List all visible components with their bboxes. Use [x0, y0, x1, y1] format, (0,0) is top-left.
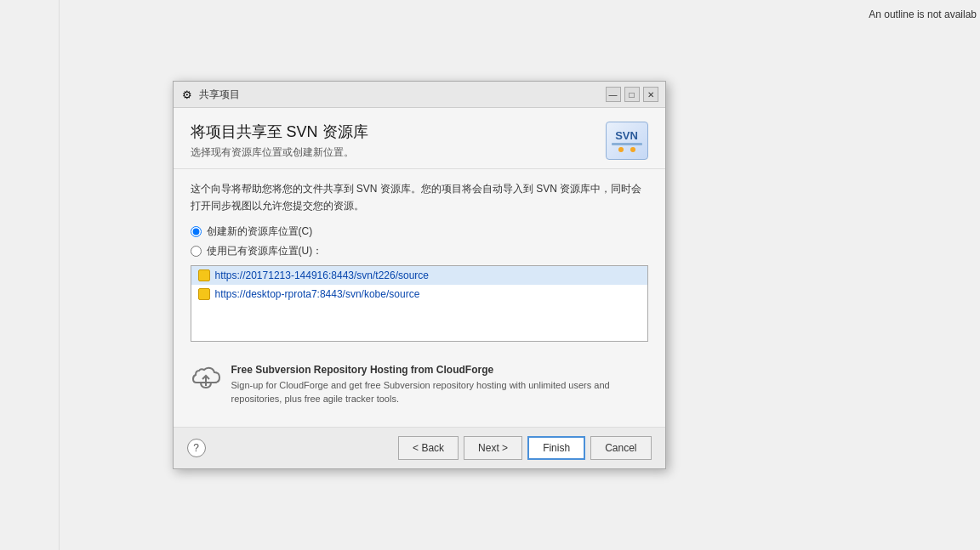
repo-icon-1 — [198, 288, 210, 300]
dialog-footer: ? < Back Next > Finish Cancel — [174, 427, 665, 468]
cloudforge-desc: Sign-up for CloudForge and get free Subv… — [231, 378, 648, 406]
radio-new-label[interactable]: 创建新的资源库位置(C) — [191, 224, 648, 239]
header-text: 将项目共享至 SVN 资源库 选择现有资源库位置或创建新位置。 — [191, 122, 368, 160]
outline-notice: An outline is not availab — [865, 7, 980, 22]
svn-logo: SVN — [606, 122, 648, 160]
next-button[interactable]: Next > — [464, 436, 522, 460]
finish-button[interactable]: Finish — [527, 436, 585, 460]
title-buttons: — □ ✕ — [606, 87, 658, 102]
cloudforge-icon — [191, 364, 221, 394]
dialog-title-icon: ⚙ — [180, 88, 194, 101]
dialog-titlebar: ⚙ 共享项目 — □ ✕ — [174, 82, 665, 108]
cancel-button[interactable]: Cancel — [590, 436, 651, 460]
dialog-window: ⚙ 共享项目 — □ ✕ 将项目共享至 SVN 资源库 选择现有资源库位置或创建… — [173, 81, 666, 468]
help-button[interactable]: ? — [187, 439, 206, 457]
repo-item-1[interactable]: https://desktop-rprota7:8443/svn/kobe/so… — [191, 285, 647, 303]
svn-connector — [612, 147, 642, 152]
maximize-button[interactable]: □ — [624, 87, 640, 102]
dialog-title-text: 共享项目 — [199, 88, 601, 102]
header-subtitle: 选择现有资源库位置或创建新位置。 — [191, 145, 368, 160]
repo-icon-0 — [198, 269, 210, 281]
svn-logo-inner: SVN — [612, 130, 642, 152]
svn-bar — [612, 143, 642, 145]
radio-existing-input[interactable] — [191, 246, 202, 257]
radio-existing-text: 使用已有资源库位置(U)： — [207, 244, 323, 258]
info-text: 这个向导将帮助您将您的文件共享到 SVN 资源库。您的项目将会自动导入到 SVN… — [191, 181, 648, 213]
radio-group: 创建新的资源库位置(C) 使用已有资源库位置(U)： — [191, 224, 648, 258]
repo-url-1: https://desktop-rprota7:8443/svn/kobe/so… — [215, 288, 420, 300]
close-button[interactable]: ✕ — [643, 87, 658, 102]
cloudforge-section: Free Subversion Repository Hosting from … — [191, 355, 648, 415]
minimize-button[interactable]: — — [606, 87, 621, 102]
radio-new-text: 创建新的资源库位置(C) — [207, 224, 313, 239]
cloudforge-text: Free Subversion Repository Hosting from … — [231, 364, 648, 406]
footer-buttons: < Back Next > Finish Cancel — [398, 436, 651, 460]
cloudforge-title: Free Subversion Repository Hosting from … — [231, 364, 648, 376]
dialog-header: 将项目共享至 SVN 资源库 选择现有资源库位置或创建新位置。 SVN — [174, 108, 665, 169]
radio-existing-label[interactable]: 使用已有资源库位置(U)： — [191, 244, 648, 258]
svn-dot-left — [618, 147, 624, 152]
dialog-body: 这个向导将帮助您将您的文件共享到 SVN 资源库。您的项目将会自动导入到 SVN… — [174, 169, 665, 426]
repo-item-0[interactable]: https://20171213-144916:8443/svn/t226/so… — [191, 266, 647, 285]
header-title: 将项目共享至 SVN 资源库 — [191, 122, 368, 142]
svn-dot-right — [630, 147, 635, 152]
back-button[interactable]: < Back — [398, 436, 459, 460]
repo-list: https://20171213-144916:8443/svn/t226/so… — [191, 265, 648, 342]
radio-new-input[interactable] — [191, 226, 202, 237]
dialog-overlay: ⚙ 共享项目 — □ ✕ 将项目共享至 SVN 资源库 选择现有资源库位置或创建… — [0, 0, 838, 550]
svn-text: SVN — [612, 130, 642, 141]
repo-url-0: https://20171213-144916:8443/svn/t226/so… — [215, 269, 430, 281]
